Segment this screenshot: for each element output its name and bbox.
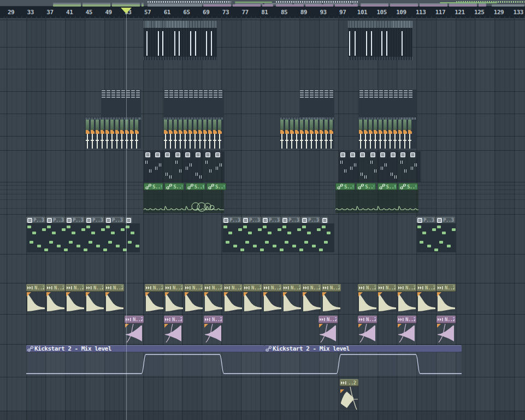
clip-name-label: ..2 xyxy=(348,380,356,386)
drum-note-tail xyxy=(321,134,322,149)
drum-note-bar xyxy=(203,140,207,141)
ruler-bar-number: 129 xyxy=(494,9,504,16)
drum-note-green xyxy=(384,120,387,130)
drum-note-bar xyxy=(374,140,377,141)
ruler-bar-number: 41 xyxy=(66,9,73,16)
audio-clip[interactable]: N..2 xyxy=(223,284,243,312)
playlist-overview-scrollbar[interactable] xyxy=(0,0,525,7)
audio-clip-bottom[interactable]: ..2 xyxy=(340,379,358,410)
audio-clip-pink[interactable]: N..2 xyxy=(204,316,223,342)
audio-clip[interactable]: N..2 xyxy=(184,284,203,312)
audio-clip[interactable]: N..2 xyxy=(436,284,456,312)
audio-clip[interactable]: N..2 xyxy=(26,284,45,312)
audio-clip[interactable]: N..2 xyxy=(46,284,65,312)
automation-clip-name: Kickstart 2 - Mix level xyxy=(34,345,111,352)
pattern-clip-header xyxy=(409,151,417,158)
audio-clip-pink[interactable]: N..2 xyxy=(125,316,144,342)
waveform xyxy=(184,292,203,312)
drum-note-bar xyxy=(300,140,303,141)
pattern-note xyxy=(253,245,257,247)
drum-audio-clip-group[interactable] xyxy=(280,117,334,149)
pattern-note xyxy=(442,232,446,234)
drum-note-green xyxy=(310,120,313,130)
drum-note-orange xyxy=(329,130,333,134)
waveform xyxy=(223,292,243,312)
drum-note-green xyxy=(174,120,177,130)
audio-clip[interactable]: N..2 xyxy=(164,284,184,312)
audio-clip-dense[interactable] xyxy=(348,21,412,60)
playlist-grid[interactable]: S..ffS..ffS..ffS..ffS..ffS..ffS..ffS..ff… xyxy=(0,18,525,420)
audio-clip-header: N..2 xyxy=(302,284,321,292)
automation-clip-group-s[interactable]: S..ffS..ffS..ffS..ff xyxy=(144,183,224,213)
clip-name-label: N..2 xyxy=(212,317,222,322)
audio-clip-pink[interactable]: N..2 xyxy=(397,316,416,342)
audio-clip[interactable]: N..2 xyxy=(105,284,124,312)
drum-note-orange xyxy=(290,130,294,134)
clip-name-label: S..ff xyxy=(194,184,204,190)
pattern-note xyxy=(96,245,100,247)
audio-clip-pink[interactable]: N..2 xyxy=(358,316,377,342)
mini-pattern-block xyxy=(174,90,178,99)
audio-clip[interactable]: N..2 xyxy=(358,284,377,312)
drum-note-green xyxy=(290,120,293,130)
audio-clip[interactable]: N..2 xyxy=(145,284,164,312)
waveform-hit-line xyxy=(179,31,180,56)
mini-pattern-clip-group[interactable] xyxy=(359,90,416,99)
ruler-bar-number: 133 xyxy=(514,9,523,16)
pattern-clip-group-p[interactable]: P..3P..3 xyxy=(416,217,456,252)
pattern-clip-group[interactable] xyxy=(144,151,225,182)
audio-clip[interactable]: N..2 xyxy=(282,284,302,312)
drum-note-bar xyxy=(388,140,392,141)
playhead-marker-icon[interactable] xyxy=(121,8,132,14)
audio-clip[interactable]: N..2 xyxy=(204,284,223,312)
pattern-note xyxy=(240,249,244,251)
audio-clip[interactable]: N..2 xyxy=(417,284,436,312)
automation-clip[interactable]: Kickstart 2 - Mix level xyxy=(26,345,264,376)
audio-clip-pink[interactable]: N..2 xyxy=(436,316,456,342)
pattern-note xyxy=(452,228,456,231)
audio-clip[interactable]: N..2 xyxy=(66,284,85,312)
pattern-note xyxy=(317,228,321,231)
audio-clip-dense[interactable] xyxy=(144,21,217,60)
track-divider-thin xyxy=(0,185,525,186)
audio-clip[interactable]: N..2 xyxy=(377,284,397,312)
drum-audio-clip-group[interactable] xyxy=(164,117,224,149)
drum-note-green xyxy=(295,120,298,130)
mini-pattern-block xyxy=(131,90,135,99)
ruler-bar-number: 61 xyxy=(164,9,170,16)
track-divider xyxy=(0,254,525,255)
drum-note-tail xyxy=(131,134,132,149)
pattern-note xyxy=(69,241,73,244)
audio-clip-header: N..2 xyxy=(184,284,203,292)
audio-clip-pink[interactable]: N..2 xyxy=(164,316,183,342)
clip-tick-strip-bottom xyxy=(348,57,412,60)
audio-clip[interactable]: N..2 xyxy=(322,284,341,312)
audio-clip[interactable]: N..2 xyxy=(302,284,321,312)
note-tick xyxy=(404,169,406,173)
timeline-ruler[interactable]: 2933374145495357616569737781858993971011… xyxy=(0,7,525,18)
audio-clip[interactable]: N..2 xyxy=(85,284,104,312)
audio-clip-header: N..2 xyxy=(263,284,282,292)
automation-clip[interactable]: Kickstart 2 - Mix level xyxy=(264,345,462,376)
audio-clip-pink[interactable]: N..2 xyxy=(318,316,338,342)
mini-pattern-clip-group[interactable] xyxy=(299,90,334,99)
clip-tick-strip xyxy=(144,21,217,28)
pattern-clip-group-p[interactable]: P..3P..3P..3P..3P..3 xyxy=(26,217,140,252)
audio-clip[interactable]: N..2 xyxy=(243,284,262,312)
drum-note-bar xyxy=(403,140,406,141)
mini-pattern-clip-group[interactable] xyxy=(101,90,141,99)
pattern-clip-group[interactable] xyxy=(339,151,421,182)
track-divider xyxy=(0,214,525,215)
audio-clip[interactable]: N..2 xyxy=(397,284,416,312)
automation-clip-group-s[interactable]: S..ffS..ffS..ffS..ff xyxy=(335,183,418,213)
pattern-clip-header: P..3 xyxy=(46,217,65,223)
track-divider-thin xyxy=(0,199,525,200)
waveform-hit-line xyxy=(211,31,212,56)
mini-pattern-clip-group[interactable] xyxy=(164,90,224,99)
pattern-clip-group-p[interactable]: P..3P..3P..3P..3P..3 xyxy=(222,217,334,252)
pattern-note xyxy=(420,241,423,244)
drum-audio-clip-group[interactable] xyxy=(359,117,416,149)
clip-body xyxy=(348,28,412,60)
audio-clip[interactable]: N..2 xyxy=(263,284,282,312)
drum-audio-clip-group[interactable] xyxy=(86,117,141,149)
